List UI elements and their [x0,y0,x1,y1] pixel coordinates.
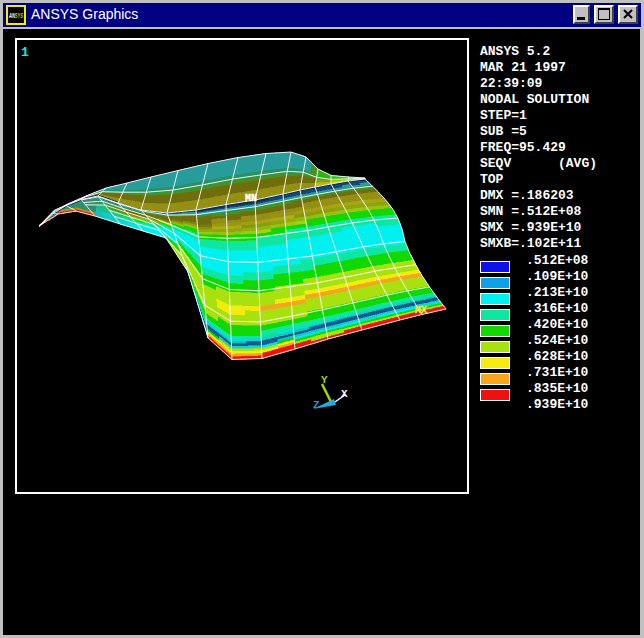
svg-text:ANSYS: ANSYS [8,12,23,19]
svg-text:MX: MX [415,305,427,316]
svg-text:Z: Z [313,399,320,411]
svg-text:Y: Y [321,374,328,386]
svg-text:MN: MN [245,193,257,204]
svg-text:X: X [341,388,348,400]
